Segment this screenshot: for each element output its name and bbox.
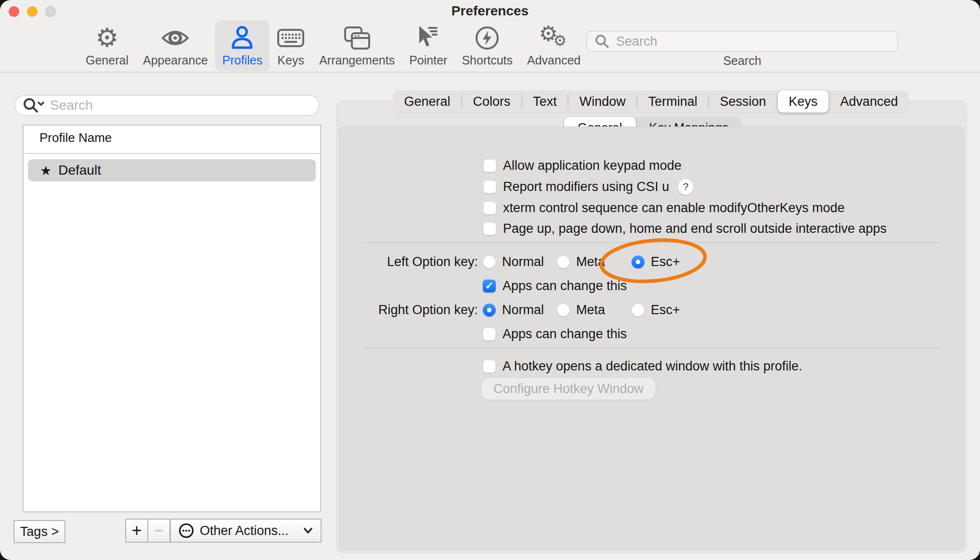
toolbar-item-keys[interactable]: Keys xyxy=(270,20,312,71)
radio-button[interactable] xyxy=(632,255,645,268)
radio-label: Esc+ xyxy=(651,303,680,318)
preferences-window: Preferences ⚙ General Appearance xyxy=(0,0,980,560)
toolbar-item-label: Advanced xyxy=(527,53,580,67)
window-title: Preferences xyxy=(0,3,980,19)
radio-label: Meta xyxy=(576,303,605,318)
checkbox-row[interactable]: xterm control sequence can enable modify… xyxy=(483,200,845,216)
chevron-down-icon xyxy=(303,527,313,534)
toolbar-item-label: General xyxy=(86,53,129,67)
radio-left-option-normal[interactable]: Normal xyxy=(483,254,544,270)
toolbar-item-profiles[interactable]: Profiles xyxy=(215,20,270,71)
radio-label: Normal xyxy=(502,303,544,318)
star-icon: ★ xyxy=(40,163,52,178)
toolbar-search-input[interactable]: Search xyxy=(586,31,898,52)
checkbox-right-apps-can-change[interactable] xyxy=(483,328,496,341)
checkbox-keypad-mode[interactable] xyxy=(483,159,496,172)
toolbar-item-advanced[interactable]: ⚙⚙ Advanced xyxy=(520,20,588,71)
preferences-toolbar: ⚙ General Appearance Profiles xyxy=(78,20,588,71)
checkbox-modify-other-keys[interactable] xyxy=(483,202,496,215)
other-actions-label: Other Actions... xyxy=(200,523,289,538)
toolbar-item-pointer[interactable]: Pointer xyxy=(402,20,454,71)
checkbox-row[interactable]: A hotkey opens a dedicated window with t… xyxy=(483,358,802,374)
add-profile-button[interactable]: + xyxy=(125,519,148,543)
plus-icon: + xyxy=(131,521,142,541)
section-divider xyxy=(364,242,940,243)
toolbar-search-placeholder: Search xyxy=(616,34,658,49)
tab-general[interactable]: General xyxy=(393,90,461,113)
toolbar-item-label: Appearance xyxy=(143,53,208,67)
tab-text[interactable]: Text xyxy=(522,90,567,113)
radio-button[interactable] xyxy=(632,304,645,317)
tags-button-label: Tags > xyxy=(20,524,59,539)
profile-name: Default xyxy=(58,163,101,178)
question-mark-icon: ? xyxy=(683,181,689,192)
radio-left-option-meta[interactable]: Meta xyxy=(557,254,605,270)
checkmark-icon: ✓ xyxy=(485,280,494,292)
checkbox-hotkey-window[interactable] xyxy=(483,360,496,373)
profile-search-input[interactable]: Search xyxy=(14,95,320,116)
cursor-icon xyxy=(416,23,440,53)
toolbar-item-shortcuts[interactable]: Shortcuts xyxy=(454,20,520,71)
toolbar-item-general[interactable]: ⚙ General xyxy=(78,20,136,71)
magnifier-menu-icon xyxy=(22,97,45,114)
checkbox-row[interactable]: Allow application keypad mode xyxy=(483,157,682,174)
toolbar-item-appearance[interactable]: Appearance xyxy=(136,20,215,71)
profile-row-default[interactable]: ★ Default xyxy=(28,159,316,181)
checkbox-left-apps-can-change[interactable]: ✓ xyxy=(483,280,496,293)
checkbox-csi-u[interactable] xyxy=(483,180,496,193)
checkbox-label: Page up, page down, home and end scroll … xyxy=(503,221,887,236)
checkbox-label: A hotkey opens a dedicated window with t… xyxy=(503,359,802,374)
profile-list-header: Profile Name xyxy=(39,130,112,145)
checkbox-label: Report modifiers using CSI u xyxy=(503,179,669,194)
right-option-key-label: Right Option key: xyxy=(340,302,478,318)
radio-right-option-normal[interactable]: Normal xyxy=(483,302,544,318)
left-option-key-label: Left Option key: xyxy=(340,254,478,270)
list-header-divider xyxy=(24,153,320,154)
radio-label: Esc+ xyxy=(651,255,680,269)
help-button[interactable]: ? xyxy=(678,179,694,195)
tab-colors[interactable]: Colors xyxy=(462,90,521,113)
radio-label: Meta xyxy=(576,255,605,269)
toolbar-search-label: Search xyxy=(586,54,898,68)
section-divider xyxy=(364,348,940,349)
eye-icon xyxy=(161,23,189,53)
configure-hotkey-window-button: Configure Hotkey Window xyxy=(481,378,656,400)
toolbar-item-label: Shortcuts xyxy=(462,53,513,67)
windows-icon xyxy=(343,23,371,53)
radio-right-option-meta[interactable]: Meta xyxy=(557,302,605,318)
person-icon xyxy=(230,23,255,53)
configure-hotkey-window-label: Configure Hotkey Window xyxy=(493,382,644,396)
tab-advanced[interactable]: Advanced xyxy=(829,90,909,113)
toolbar-item-label: Pointer xyxy=(409,53,447,67)
magnifier-icon xyxy=(594,33,610,50)
keys-general-panel: Allow application keypad mode Report mod… xyxy=(339,127,964,550)
other-actions-dropdown[interactable]: Other Actions... xyxy=(170,519,322,543)
tab-keys[interactable]: Keys xyxy=(778,90,828,113)
checkbox-page-scroll[interactable] xyxy=(483,222,496,235)
checkbox-label: Apps can change this xyxy=(503,279,627,293)
checkbox-row[interactable]: Apps can change this xyxy=(483,326,627,342)
checkbox-label: Apps can change this xyxy=(503,327,627,342)
checkbox-row[interactable]: ✓ Apps can change this xyxy=(483,278,627,294)
radio-label: Normal xyxy=(502,255,544,269)
radio-button[interactable] xyxy=(483,255,496,268)
radio-right-option-esc[interactable]: Esc+ xyxy=(632,302,680,318)
remove-profile-button[interactable]: − xyxy=(147,519,170,543)
gear-icon: ⚙ xyxy=(95,23,118,53)
tags-button[interactable]: Tags > xyxy=(13,520,65,543)
checkbox-row[interactable]: Report modifiers using CSI u ? xyxy=(483,178,694,195)
tab-window[interactable]: Window xyxy=(568,90,636,113)
toolbar-item-label: Arrangements xyxy=(319,53,395,67)
checkbox-row[interactable]: Page up, page down, home and end scroll … xyxy=(483,220,887,237)
radio-left-option-esc[interactable]: Esc+ xyxy=(632,254,680,270)
bolt-circle-icon xyxy=(475,23,500,53)
toolbar-item-label: Profiles xyxy=(222,53,262,67)
tab-session[interactable]: Session xyxy=(709,90,777,113)
radio-button[interactable] xyxy=(557,304,570,317)
tab-terminal[interactable]: Terminal xyxy=(637,90,708,113)
toolbar-item-arrangements[interactable]: Arrangements xyxy=(312,20,402,71)
minus-icon: − xyxy=(154,521,164,541)
radio-button[interactable] xyxy=(483,304,496,317)
radio-button[interactable] xyxy=(557,255,570,268)
titlebar: Preferences xyxy=(0,0,980,20)
